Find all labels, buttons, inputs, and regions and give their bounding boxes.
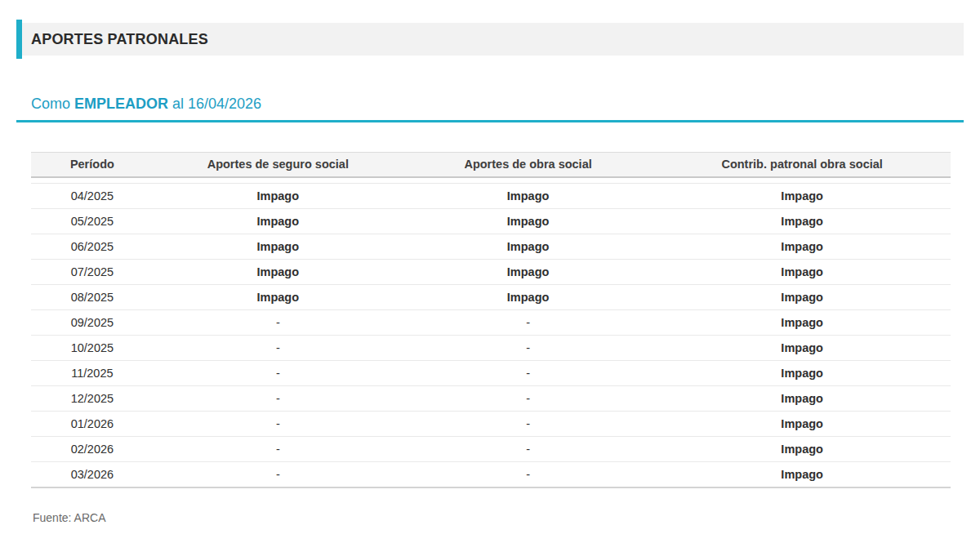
seguro-social-cell: -	[154, 462, 403, 487]
contrib-patronal-cell: Impago	[653, 412, 951, 437]
contrib-patronal-cell: Impago	[653, 260, 951, 285]
obra-social-cell: -	[403, 412, 653, 437]
contrib-patronal-cell: Impago	[653, 386, 951, 412]
seguro-social-cell: -	[154, 336, 403, 361]
period-cell: 01/2026	[31, 412, 154, 437]
period-cell: 03/2026	[31, 462, 154, 487]
header-obra-social: Aportes de obra social	[403, 153, 653, 177]
seguro-social-cell: -	[154, 386, 403, 412]
contrib-patronal-cell: Impago	[653, 336, 951, 361]
table-row: 12/2025 - - Impago	[31, 386, 951, 412]
obra-social-cell: Impago	[403, 234, 653, 260]
contributions-table: Período Aportes de seguro social Aportes…	[31, 152, 951, 488]
obra-social-cell: Impago	[403, 285, 653, 310]
seguro-social-cell: Impago	[154, 209, 403, 234]
obra-social-cell: -	[403, 361, 653, 386]
period-cell: 12/2025	[31, 386, 154, 412]
header-period: Período	[31, 153, 154, 177]
period-cell: 04/2025	[31, 184, 154, 209]
obra-social-cell: -	[403, 336, 653, 361]
table-row: 05/2025 Impago Impago Impago	[31, 209, 951, 234]
contrib-patronal-cell: Impago	[653, 361, 951, 386]
table-row: 07/2025 Impago Impago Impago	[31, 260, 951, 285]
header-contrib-patronal: Contrib. patronal obra social	[653, 153, 951, 177]
period-cell: 11/2025	[31, 361, 154, 386]
contrib-patronal-cell: Impago	[653, 310, 951, 336]
table-row: 01/2026 - - Impago	[31, 412, 951, 437]
header-seguro-social: Aportes de seguro social	[154, 153, 403, 177]
period-cell: 10/2025	[31, 336, 154, 361]
table-row: 03/2026 - - Impago	[31, 462, 951, 487]
page-title: APORTES PATRONALES	[31, 31, 208, 48]
table-row: 11/2025 - - Impago	[31, 361, 951, 386]
section-header: APORTES PATRONALES	[16, 20, 964, 59]
seguro-social-cell: Impago	[154, 184, 403, 209]
seguro-social-cell: -	[154, 437, 403, 462]
table-row: 08/2025 Impago Impago Impago	[31, 285, 951, 310]
seguro-social-cell: Impago	[154, 234, 403, 260]
subtitle-role: EMPLEADOR	[74, 96, 168, 112]
obra-social-cell: -	[403, 437, 653, 462]
contrib-patronal-cell: Impago	[653, 184, 951, 209]
period-cell: 05/2025	[31, 209, 154, 234]
table-row: 06/2025 Impago Impago Impago	[31, 234, 951, 260]
table-row: 10/2025 - - Impago	[31, 336, 951, 361]
page: APORTES PATRONALES Como EMPLEADOR al 16/…	[0, 0, 980, 524]
period-cell: 06/2025	[31, 234, 154, 260]
accent-bar	[16, 20, 22, 59]
contrib-patronal-cell: Impago	[653, 437, 951, 462]
contrib-patronal-cell: Impago	[653, 209, 951, 234]
title-band: APORTES PATRONALES	[22, 23, 964, 56]
header-spacer	[31, 177, 951, 184]
obra-social-cell: -	[403, 386, 653, 412]
table-row: 02/2026 - - Impago	[31, 437, 951, 462]
seguro-social-cell: Impago	[154, 260, 403, 285]
seguro-social-cell: -	[154, 361, 403, 386]
period-cell: 02/2026	[31, 437, 154, 462]
period-cell: 08/2025	[31, 285, 154, 310]
table-header: Período Aportes de seguro social Aportes…	[31, 153, 951, 177]
seguro-social-cell: -	[154, 412, 403, 437]
obra-social-cell: -	[403, 310, 653, 336]
period-cell: 07/2025	[31, 260, 154, 285]
period-cell: 09/2025	[31, 310, 154, 336]
contrib-patronal-cell: Impago	[653, 285, 951, 310]
obra-social-cell: Impago	[403, 184, 653, 209]
obra-social-cell: -	[403, 462, 653, 487]
seguro-social-cell: Impago	[154, 285, 403, 310]
table-row: 09/2025 - - Impago	[31, 310, 951, 336]
table-row: 04/2025 Impago Impago Impago	[31, 184, 951, 209]
subtitle: Como EMPLEADOR al 16/04/2026	[16, 95, 964, 122]
subtitle-suffix: al 16/04/2026	[168, 96, 261, 112]
contrib-patronal-cell: Impago	[653, 234, 951, 260]
subtitle-prefix: Como	[31, 96, 74, 112]
contrib-patronal-cell: Impago	[653, 462, 951, 487]
obra-social-cell: Impago	[403, 260, 653, 285]
source-note: Fuente: ARCA	[33, 511, 964, 524]
seguro-social-cell: -	[154, 310, 403, 336]
obra-social-cell: Impago	[403, 209, 653, 234]
